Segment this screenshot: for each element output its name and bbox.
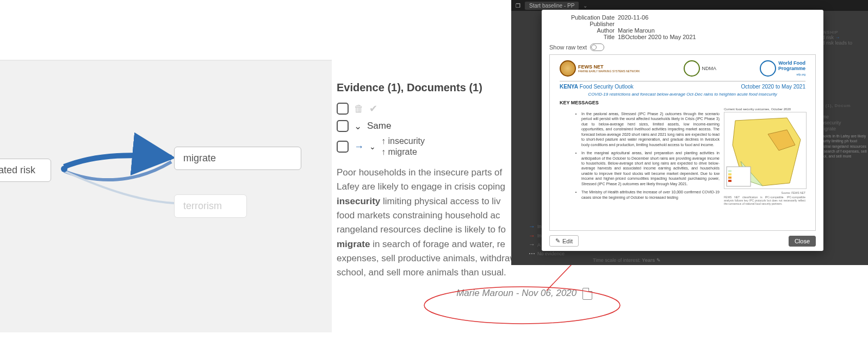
- ndma-logo: NDMA: [684, 60, 717, 77]
- doc-title-bar: KENYA Food Security Outlook October 2020…: [550, 83, 815, 91]
- relation-arrow-icon: →: [354, 141, 364, 153]
- map-caption: Current food security outcomes, October …: [724, 108, 805, 111]
- show-raw-text-toggle[interactable]: [590, 43, 604, 51]
- key-messages-heading: KEY MESSAGES: [550, 100, 815, 105]
- node-label: migrate: [183, 153, 216, 163]
- app-tab[interactable]: Start baseline - PP: [525, 2, 579, 10]
- checkbox-item[interactable]: [337, 141, 349, 153]
- node-label: terrorism: [183, 200, 222, 211]
- meta-value: Marie Maroun: [618, 27, 655, 34]
- graph-node-terrorism[interactable]: terrorism: [174, 194, 247, 218]
- meta-label: Publication Date: [549, 14, 615, 21]
- map-footnote: FEWS NET classification is IPC-compatibl…: [724, 196, 805, 205]
- chevron-down-icon[interactable]: ⌄: [369, 142, 376, 151]
- trash-icon[interactable]: 🗑: [354, 103, 364, 115]
- edit-button[interactable]: ✎Edit: [549, 235, 579, 247]
- close-button[interactable]: Close: [789, 236, 816, 247]
- kenya-map: [724, 112, 807, 189]
- key-message-item: The Ministry of Health attributes the in…: [581, 190, 720, 200]
- svg-rect-4: [728, 170, 731, 172]
- pencil-icon[interactable]: ✎: [656, 257, 661, 263]
- app-window: ❐ Start baseline - PP ⌄ RELATIONSHIP ggr…: [511, 0, 868, 265]
- evidence-attribution: Marie Maroun - Nov 06, 2020: [337, 288, 592, 300]
- svg-rect-5: [728, 173, 731, 175]
- graph-node-aggregated-risk[interactable]: egated risk: [0, 159, 51, 182]
- meta-label: Author: [549, 27, 615, 34]
- map-figure: Current food security outcomes, October …: [724, 108, 805, 207]
- meta-label: Publisher: [549, 21, 615, 27]
- group-label-same: Same: [367, 121, 391, 131]
- fews-net-logo: FEWS NETFAMINE EARLY WARNING SYSTEMS NET…: [560, 60, 640, 77]
- graph-canvas[interactable]: egated risk migrate terrorism: [0, 60, 332, 332]
- chevron-down-icon[interactable]: ⌄: [583, 3, 587, 9]
- key-message-item: In the pastoral areas, Stressed (IPC Pha…: [581, 111, 720, 147]
- svg-point-0: [61, 166, 67, 172]
- map-source: Source: FEWS NET: [724, 191, 805, 194]
- indicator-migrate: migrate: [381, 147, 425, 157]
- check-circle-icon[interactable]: ✔: [369, 103, 377, 115]
- time-scale-control[interactable]: Time scale of interest: Years ✎: [593, 257, 661, 263]
- show-raw-text-label: Show raw text: [549, 44, 587, 51]
- app-topbar: ❐ Start baseline - PP ⌄: [511, 0, 868, 11]
- layers-icon: ❐: [516, 3, 520, 9]
- document-modal: Publication Date2020-11-06 Publisher Aut…: [542, 10, 823, 251]
- graph-edges: [0, 61, 332, 332]
- chevron-down-icon[interactable]: ⌄: [354, 121, 362, 132]
- key-messages-list: In the pastoral areas, Stressed (IPC Pha…: [560, 111, 720, 203]
- document-metadata: Publication Date2020-11-06 Publisher Aut…: [542, 10, 823, 42]
- key-message-item: In the marginal agricultural areas, land…: [581, 150, 720, 186]
- node-label: egated risk: [0, 165, 35, 175]
- document-icon[interactable]: [582, 288, 592, 300]
- meta-value: 1BOctober 2020 to May 2021: [618, 34, 696, 40]
- document-preview[interactable]: FEWS NETFAMINE EARLY WARNING SYSTEMS NET…: [549, 54, 816, 231]
- checkbox-group[interactable]: [337, 120, 349, 132]
- pencil-icon: ✎: [555, 237, 560, 244]
- doc-subtitle: COVID-19 restrictions and forecast below…: [550, 91, 815, 100]
- svg-rect-6: [728, 177, 731, 179]
- svg-rect-7: [728, 180, 731, 182]
- checkbox-select-all[interactable]: [337, 103, 349, 115]
- indicator-insecurity: insecurity: [381, 136, 425, 146]
- meta-label: Title: [549, 34, 615, 40]
- wfp-logo: World FoodProgrammewfp.org: [760, 60, 805, 77]
- graph-node-migrate[interactable]: migrate: [174, 147, 301, 170]
- meta-value: 2020-11-06: [618, 14, 648, 21]
